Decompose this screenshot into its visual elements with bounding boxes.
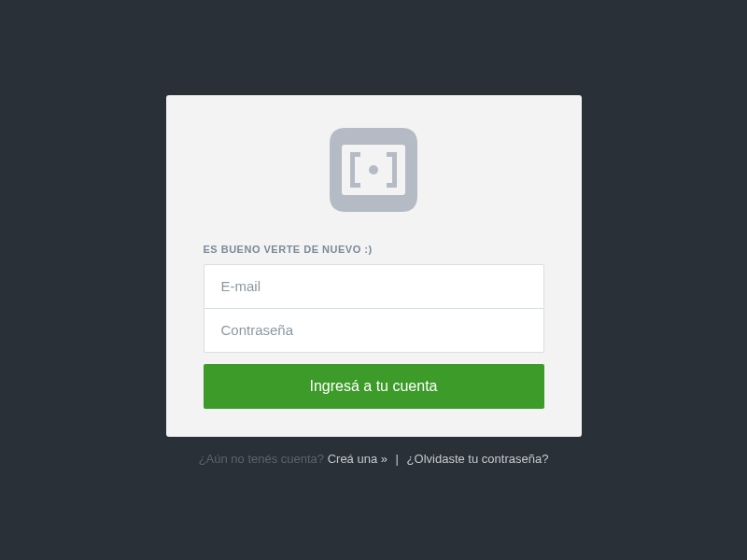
svg-point-4 (369, 165, 378, 175)
footer-separator: | (392, 452, 402, 466)
logo-container (330, 128, 417, 216)
footer-text: ¿Aún no tenés cuenta? Creá una » | ¿Olvi… (199, 452, 549, 466)
login-card: ES BUENO VERTE DE NUEVO :) Ingresá a tu … (166, 95, 582, 437)
submit-button[interactable]: Ingresá a tu cuenta (204, 364, 544, 409)
form-heading: ES BUENO VERTE DE NUEVO :) (204, 244, 373, 255)
logo-icon (330, 128, 417, 212)
no-account-text: ¿Aún no tenés cuenta? (199, 452, 328, 466)
email-input[interactable] (204, 264, 544, 309)
password-input[interactable] (204, 308, 544, 353)
forgot-password-link[interactable]: ¿Olvidaste tu contraseña? (407, 452, 549, 466)
create-account-link[interactable]: Creá una » (328, 452, 388, 466)
